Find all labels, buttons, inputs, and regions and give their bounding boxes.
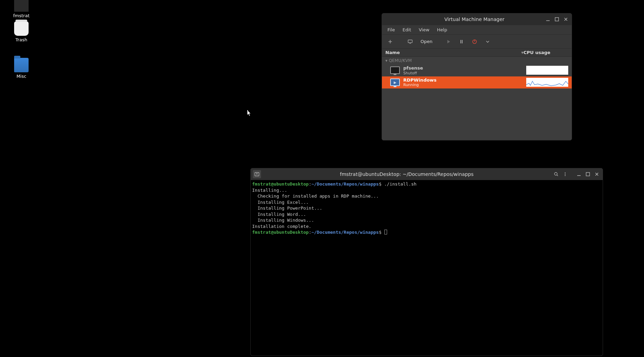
menu-help[interactable]: Help <box>434 26 451 34</box>
desktop-icon-label: Misc <box>8 74 35 79</box>
vm-row-pfsense[interactable]: pfsense Shutoff <box>382 64 572 76</box>
terminal-body[interactable]: fmstrat@ubuntuDesktop:~/Documents/Repos/… <box>251 180 603 356</box>
col-cpu[interactable]: CPU usage <box>523 50 568 55</box>
desktop-icon-label: Trash <box>8 37 35 42</box>
desktop-icon-label: fmstrat <box>8 13 35 18</box>
vmm-titlebar[interactable]: Virtual Machine Manager <box>382 13 572 25</box>
open-button[interactable]: Open <box>418 37 435 46</box>
home-folder-icon <box>14 0 29 12</box>
run-button[interactable] <box>443 37 454 46</box>
vm-state: Running <box>403 83 523 87</box>
close-button[interactable] <box>593 170 601 178</box>
mouse-cursor <box>247 110 251 116</box>
vmm-window[interactable]: Virtual Machine Manager File Edit View H… <box>382 13 572 140</box>
svg-point-4 <box>554 172 557 175</box>
svg-point-5 <box>565 172 565 173</box>
hamburger-menu-button[interactable] <box>561 170 569 178</box>
vmm-title: Virtual Machine Manager <box>405 17 544 22</box>
terminal-titlebar[interactable]: fmstrat@ubuntuDesktop: ~/Documents/Repos… <box>251 168 603 180</box>
vm-name: pfsense <box>403 65 523 71</box>
svg-point-7 <box>565 175 565 176</box>
vm-group-row[interactable]: ▾QEMU/KVM <box>382 57 572 64</box>
vmm-toolbar: Open <box>382 35 572 49</box>
menu-edit[interactable]: Edit <box>399 26 415 34</box>
new-tab-button[interactable] <box>253 170 261 178</box>
desktop-icon-misc[interactable]: Misc <box>8 58 35 79</box>
vm-row-rdpwindows[interactable]: RDPWindows Running <box>382 76 572 88</box>
vmm-column-headers: Name▾ CPU usage <box>382 49 572 57</box>
vm-group-label: QEMU/KVM <box>389 58 412 63</box>
pause-button[interactable] <box>456 37 467 46</box>
vm-monitor-icon <box>390 66 400 74</box>
folder-icon <box>14 58 29 72</box>
vm-cpu-graph <box>526 66 568 75</box>
vm-state: Shutoff <box>403 71 523 75</box>
minimize-button[interactable] <box>575 170 583 178</box>
new-vm-button[interactable] <box>385 37 396 46</box>
svg-point-6 <box>565 174 565 175</box>
shutdown-button[interactable] <box>469 37 480 46</box>
trash-icon <box>14 21 29 36</box>
svg-rect-8 <box>586 172 590 176</box>
shutdown-dropdown[interactable] <box>482 37 493 46</box>
vm-name: RDPWindows <box>403 77 523 83</box>
search-button[interactable] <box>552 170 560 178</box>
maximize-button[interactable] <box>553 15 561 23</box>
disclosure-icon: ▾ <box>385 58 387 63</box>
terminal-title: fmstrat@ubuntuDesktop: ~/Documents/Repos… <box>261 171 552 177</box>
terminal-window[interactable]: fmstrat@ubuntuDesktop: ~/Documents/Repos… <box>250 168 603 356</box>
vm-monitor-icon <box>390 78 400 86</box>
monitor-icon <box>405 37 416 46</box>
minimize-button[interactable] <box>544 15 552 23</box>
menu-view[interactable]: View <box>415 26 433 34</box>
close-button[interactable] <box>562 15 570 23</box>
desktop-icon-trash[interactable]: Trash <box>8 21 35 42</box>
col-name[interactable]: Name <box>385 50 400 55</box>
vmm-list[interactable]: ▾QEMU/KVM pfsense Shutoff RDPWindows Run… <box>382 57 572 140</box>
maximize-button[interactable] <box>584 170 592 178</box>
vm-cpu-graph <box>526 78 568 87</box>
menu-file[interactable]: File <box>384 26 398 34</box>
sort-indicator-icon: ▾ <box>521 50 523 55</box>
vmm-menubar: File Edit View Help <box>382 25 572 35</box>
desktop-icon-home[interactable]: fmstrat <box>8 0 35 18</box>
svg-rect-1 <box>408 40 412 43</box>
svg-rect-0 <box>555 18 559 21</box>
